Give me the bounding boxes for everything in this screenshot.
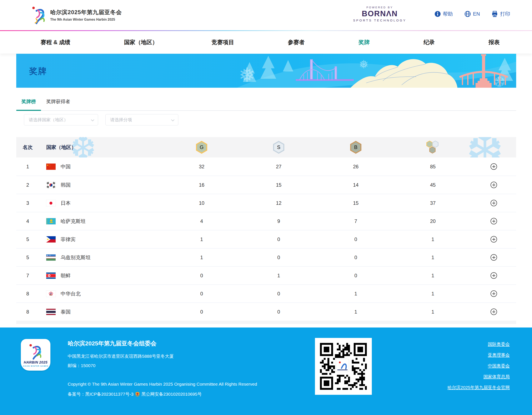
- bronze-count: 0: [317, 236, 394, 242]
- chevron-down-icon: [91, 118, 94, 121]
- footer-org-name: 哈尔滨2025年第九届亚冬会组委会: [68, 340, 156, 347]
- expand-row-button[interactable]: [491, 309, 497, 315]
- silver-count: 1: [240, 273, 317, 279]
- rank-value: 7: [26, 273, 29, 279]
- nav-item-0[interactable]: 赛程 & 成绩: [41, 39, 70, 46]
- expand-row-button[interactable]: [491, 272, 497, 279]
- main-nav: 赛程 & 成绩国家（地区）竞赛项目参赛者奖牌纪录报表: [0, 31, 532, 54]
- nav-item-5[interactable]: 纪录: [423, 39, 435, 46]
- medal-table-header: ❆ ❆ 名次 国家（地区） ❋G ❋S ❋B ❋ ❋ ❋: [16, 137, 516, 157]
- silver-count: 0: [240, 236, 317, 242]
- bornan-logo: POWERED BY BORNΛN SPORTS TECHNOLOGY: [353, 6, 406, 22]
- rank-value: 5: [26, 236, 29, 242]
- snowflake-decoration-icon: ❆: [466, 137, 504, 157]
- medal-table-row: 5 菲律宾 1 0 0 1: [16, 230, 516, 248]
- tab-0[interactable]: 奖牌榜: [16, 95, 41, 110]
- medal-table-row: 1 中国 32 27 26 85: [16, 157, 516, 176]
- banner-illustration: ❅ ❅ ❆: [237, 54, 516, 88]
- footer: HARBIN 2025 ASIAN WINTER GAMES 哈尔滨2025年第…: [0, 328, 532, 415]
- globe-icon: [464, 11, 471, 17]
- language-button[interactable]: EN: [464, 11, 480, 17]
- country-name: 哈萨克斯坦: [61, 218, 86, 225]
- expand-row-button[interactable]: [491, 218, 497, 224]
- nav-item-6[interactable]: 报表: [488, 39, 500, 46]
- print-button[interactable]: 打印: [491, 11, 510, 17]
- site-subtitle: The 9th Asian Winter Games Harbin 2025: [50, 18, 122, 21]
- country-flag-icon-kz: [46, 218, 56, 224]
- expand-row-button[interactable]: [491, 200, 497, 206]
- country-flag-icon-th: [46, 309, 56, 315]
- print-label: 打印: [500, 11, 510, 17]
- page: 哈尔滨2025年第九届亚冬会 The 9th Asian Winter Game…: [0, 0, 532, 415]
- site-title: 哈尔滨2025年第九届亚冬会: [50, 9, 122, 16]
- svg-text:❅: ❅: [359, 58, 369, 71]
- footer-link-1[interactable]: 亚奥理事会: [447, 352, 510, 358]
- bronze-count: 1: [317, 309, 394, 315]
- country-column-header: 国家（地区）: [46, 144, 76, 151]
- silver-count: 12: [240, 200, 317, 206]
- gold-count: 0: [163, 309, 240, 315]
- country-filter-select[interactable]: 请选择国家（地区）: [24, 114, 98, 125]
- country-name: 朝鲜: [61, 272, 71, 279]
- medal-table-row: 2 韩国 16 15 14 45: [16, 176, 516, 194]
- expand-row-button[interactable]: [491, 254, 497, 261]
- footer-link-2[interactable]: 中国奥委会: [447, 363, 510, 369]
- country-flag-icon-kr: [46, 182, 56, 188]
- country-flag-icon-kp: [46, 272, 56, 279]
- footer-links: 国际奥委会亚奥理事会中国奥委会国家体育总局哈尔滨2025年第九届亚冬会官网: [447, 341, 510, 396]
- total-count: 1: [394, 273, 471, 279]
- silver-count: 15: [240, 182, 317, 188]
- help-button[interactable]: 帮助: [435, 11, 453, 17]
- police-beian-number: 黑公网安备23010202010695号: [142, 391, 202, 397]
- silver-count: 9: [240, 218, 317, 224]
- country-name: 中华台北: [61, 290, 81, 297]
- gold-count: 1: [163, 255, 240, 261]
- chevron-down-icon: [171, 118, 175, 121]
- rank-value: 8: [26, 309, 29, 315]
- footer-link-0[interactable]: 国际奥委会: [447, 341, 510, 347]
- language-label: EN: [473, 11, 480, 17]
- page-banner: 奖牌 ❅ ❅ ❆: [16, 54, 516, 88]
- help-label: 帮助: [443, 11, 453, 17]
- gold-count: 1: [163, 236, 240, 242]
- country-name: 乌兹别克斯坦: [61, 254, 91, 261]
- footer-link-3[interactable]: 国家体育总局: [447, 374, 510, 380]
- medal-table: ❆ ❆ 名次 国家（地区） ❋G ❋S ❋B ❋ ❋ ❋: [16, 137, 516, 324]
- total-count: 37: [394, 200, 471, 206]
- brand-name: BORNΛN: [353, 9, 406, 18]
- medal-table-row: 5 乌兹别克斯坦 1 0 0 1: [16, 248, 516, 266]
- expand-row-button[interactable]: [491, 182, 497, 188]
- nav-item-1[interactable]: 国家（地区）: [124, 39, 158, 46]
- country-name: 韩国: [61, 182, 71, 188]
- bronze-count: 1: [317, 291, 394, 297]
- silver-count: 27: [240, 164, 317, 170]
- expand-row-button[interactable]: [491, 236, 497, 242]
- discipline-filter-placeholder: 请选择分项: [110, 117, 132, 123]
- nav-item-4[interactable]: 奖牌: [359, 39, 370, 46]
- games-logo-icon: [30, 5, 47, 25]
- country-filter-placeholder: 请选择国家（地区）: [29, 117, 68, 123]
- expand-row-button[interactable]: [491, 290, 497, 297]
- total-count: 85: [394, 164, 471, 170]
- gold-medal-icon: ❋G: [196, 141, 207, 154]
- expand-row-button[interactable]: [491, 163, 497, 170]
- gold-count: 0: [163, 291, 240, 297]
- silver-count: 0: [240, 309, 317, 315]
- footer-link-4[interactable]: 哈尔滨2025年第九届亚冬会官网: [447, 385, 510, 390]
- discipline-filter-select[interactable]: 请选择分项: [105, 114, 178, 125]
- page-title: 奖牌: [29, 65, 47, 77]
- rank-value: 5: [26, 255, 29, 261]
- gold-count: 4: [163, 218, 240, 224]
- medal-table-row: 7 朝鲜 0 1 0 1: [16, 266, 516, 284]
- powered-by-label: POWERED BY: [353, 6, 406, 9]
- gold-count: 16: [163, 182, 240, 188]
- tab-1[interactable]: 奖牌获得者: [41, 95, 76, 110]
- gold-count: 32: [163, 164, 240, 170]
- nav-item-2[interactable]: 竞赛项目: [212, 39, 234, 46]
- total-count: 1: [394, 255, 471, 261]
- silver-count: 0: [240, 255, 317, 261]
- silver-count: 0: [240, 291, 317, 297]
- icp-number: 备案号：黑ICP备2023011377号-3: [68, 391, 133, 397]
- nav-item-3[interactable]: 参赛者: [288, 39, 305, 46]
- tab-bar: 奖牌榜奖牌获得者: [16, 95, 516, 111]
